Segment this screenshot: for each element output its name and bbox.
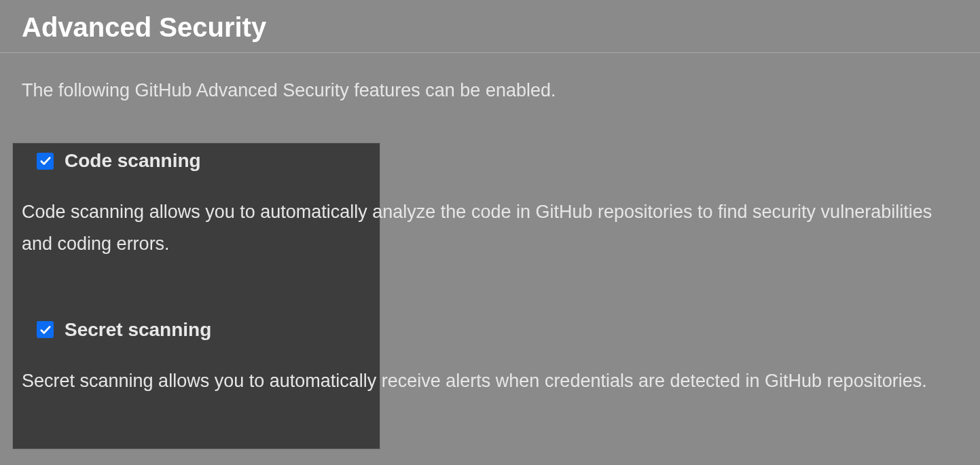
feature-secret-scanning: Secret scanning Secret scanning allows y… <box>0 319 980 397</box>
feature-header: Secret scanning <box>22 319 958 341</box>
page-title: Advanced Security <box>0 0 980 53</box>
code-scanning-checkbox[interactable] <box>37 153 54 170</box>
check-icon <box>39 324 52 336</box>
feature-code-scanning: Code scanning Code scanning allows you t… <box>0 150 980 261</box>
secret-scanning-description: Secret scanning allows you to automatica… <box>22 341 958 397</box>
secret-scanning-checkbox[interactable] <box>37 321 54 338</box>
code-scanning-label: Code scanning <box>65 150 201 172</box>
secret-scanning-label: Secret scanning <box>65 319 211 341</box>
feature-header: Code scanning <box>22 150 958 172</box>
intro-text: The following GitHub Advanced Security f… <box>0 53 980 101</box>
code-scanning-description: Code scanning allows you to automaticall… <box>22 172 958 261</box>
check-icon <box>39 155 52 167</box>
